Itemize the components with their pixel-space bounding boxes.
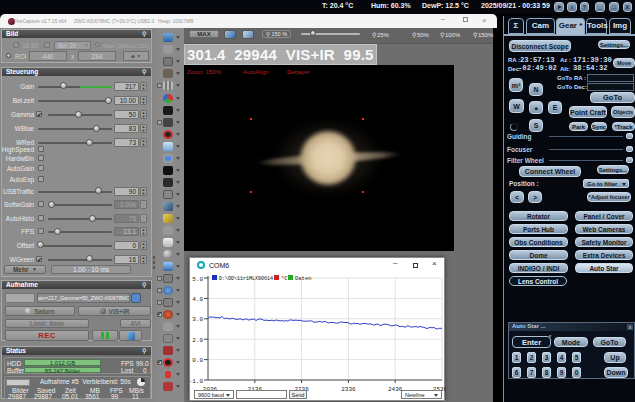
svg-text:2336: 2336 xyxy=(341,386,356,393)
svg-text:Daten: Daten xyxy=(295,275,312,282)
svg-text:4.0: 4.0 xyxy=(192,296,203,303)
svg-text:5.0: 5.0 xyxy=(192,276,203,283)
svg-text:0.0: 0.0 xyxy=(192,357,203,364)
svg-text:-1.0: -1.0 xyxy=(190,378,203,385)
svg-text:3.0: 3.0 xyxy=(192,316,203,323)
svg-text:2.0: 2.0 xyxy=(192,337,203,344)
svg-text:°C: °C xyxy=(281,275,288,282)
svg-text:D:\OD\11r1MLX90614: D:\OD\11r1MLX90614 xyxy=(219,276,273,282)
